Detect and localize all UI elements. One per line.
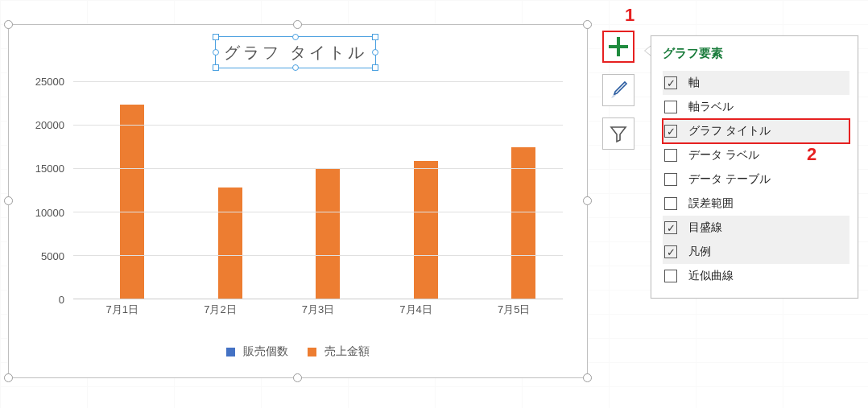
checkbox[interactable]	[664, 197, 677, 210]
option-label: 誤差範囲	[688, 196, 734, 211]
category	[465, 81, 563, 299]
bar[interactable]	[511, 147, 535, 299]
checkbox[interactable]	[664, 101, 677, 113]
chart-element-option[interactable]: データ ラベル	[663, 143, 849, 167]
y-tick-label: 10000	[35, 206, 64, 218]
title-handle[interactable]	[372, 64, 378, 71]
gridline	[73, 81, 563, 82]
y-tick-label: 0	[59, 294, 64, 306]
title-handle[interactable]	[213, 49, 219, 56]
option-label: 軸	[688, 76, 700, 90]
option-label: データ ラベル	[688, 148, 759, 163]
bar[interactable]	[120, 105, 144, 299]
callout-2: 2	[807, 144, 816, 165]
bar[interactable]	[316, 169, 340, 299]
plot-area[interactable]: 0500010000150002000025000 7月1日7月2日7月3日7月…	[25, 81, 571, 319]
resize-handle-tm[interactable]	[293, 20, 302, 29]
title-handle[interactable]	[372, 49, 378, 56]
checkbox[interactable]	[664, 76, 677, 89]
title-handle[interactable]	[292, 34, 299, 40]
chart-elements-popup: グラフ要素 軸軸ラベルグラフ タイトルデータ ラベルデータ テーブル誤差範囲目盛…	[651, 35, 858, 299]
gridline	[73, 255, 563, 256]
legend-label: 売上金額	[324, 344, 370, 357]
title-handle[interactable]	[213, 34, 219, 40]
checkbox[interactable]	[664, 173, 677, 186]
chart-element-option[interactable]: 軸	[663, 71, 849, 95]
x-tick-label: 7月5日	[465, 299, 563, 319]
checkbox[interactable]	[664, 221, 677, 234]
x-tick-label: 7月3日	[269, 299, 367, 319]
option-label: グラフ タイトル	[688, 124, 771, 138]
gridline	[73, 212, 563, 212]
checkbox[interactable]	[664, 149, 677, 162]
plot-inner	[73, 81, 563, 299]
chart-filters-button[interactable]	[602, 117, 634, 150]
category	[269, 81, 367, 299]
checkbox[interactable]	[664, 270, 677, 282]
option-label: 目盛線	[688, 220, 722, 235]
resize-handle-br[interactable]	[583, 373, 592, 382]
chart-object[interactable]: グラフ タイトル 0500010000150002000025000 7月1日7…	[8, 24, 588, 378]
x-tick-label: 7月1日	[73, 299, 172, 319]
brush-icon	[608, 80, 629, 101]
chart-title-text: グラフ タイトル	[224, 42, 367, 64]
chart-element-option[interactable]: 軸ラベル	[663, 95, 849, 119]
chart-styles-button[interactable]	[602, 74, 634, 106]
chart-element-option[interactable]: データ テーブル	[663, 167, 849, 192]
category	[367, 81, 465, 299]
chart-element-option[interactable]: 凡例	[663, 240, 849, 264]
title-handle[interactable]	[213, 64, 219, 71]
resize-handle-tl[interactable]	[4, 20, 13, 29]
checkbox[interactable]	[664, 125, 677, 138]
y-tick-label: 25000	[35, 76, 64, 88]
option-label: 軸ラベル	[688, 100, 734, 114]
x-tick-label: 7月4日	[367, 299, 465, 319]
title-handle[interactable]	[292, 64, 299, 71]
funnel-icon	[609, 124, 628, 143]
legend-label: 販売個数	[243, 344, 288, 357]
callout-1: 1	[625, 5, 634, 26]
checkbox[interactable]	[664, 245, 677, 258]
x-axis: 7月1日7月2日7月3日7月4日7月5日	[73, 299, 563, 319]
chart-element-option[interactable]: 近似曲線	[663, 264, 849, 288]
resize-handle-tr[interactable]	[583, 20, 592, 29]
resize-handle-bl[interactable]	[4, 373, 13, 382]
title-handle[interactable]	[372, 34, 378, 40]
svg-rect-1	[609, 45, 628, 48]
gridline	[73, 168, 563, 169]
option-label: データ テーブル	[688, 172, 771, 187]
chart-element-option[interactable]: 目盛線	[663, 216, 849, 240]
legend-item: 販売個数	[226, 344, 288, 359]
legend-swatch-orange	[308, 348, 316, 356]
option-label: 近似曲線	[688, 269, 734, 283]
bar[interactable]	[414, 161, 438, 299]
legend-swatch-blue	[226, 348, 235, 356]
chart-element-option[interactable]: 誤差範囲	[663, 192, 849, 216]
x-tick-label: 7月2日	[172, 299, 270, 319]
chart-side-buttons	[602, 31, 634, 150]
legend[interactable]: 販売個数 売上金額	[9, 342, 587, 361]
resize-handle-bm[interactable]	[293, 373, 302, 382]
y-tick-label: 5000	[41, 249, 64, 262]
plus-icon	[608, 36, 629, 57]
gridline	[73, 125, 563, 126]
option-label: 凡例	[688, 245, 711, 259]
legend-item: 売上金額	[308, 344, 370, 359]
resize-handle-mr[interactable]	[583, 196, 592, 205]
category	[172, 81, 270, 299]
bar[interactable]	[218, 188, 242, 299]
y-tick-label: 15000	[35, 163, 64, 175]
resize-handle-ml[interactable]	[4, 196, 13, 205]
category	[73, 81, 172, 299]
chart-title[interactable]: グラフ タイトル	[215, 36, 376, 68]
y-tick-label: 20000	[35, 119, 64, 131]
chart-element-option[interactable]: グラフ タイトル	[663, 119, 849, 143]
y-axis: 0500010000150002000025000	[25, 81, 69, 299]
popup-title: グラフ要素	[663, 46, 849, 61]
chart-elements-button[interactable]	[602, 31, 634, 63]
